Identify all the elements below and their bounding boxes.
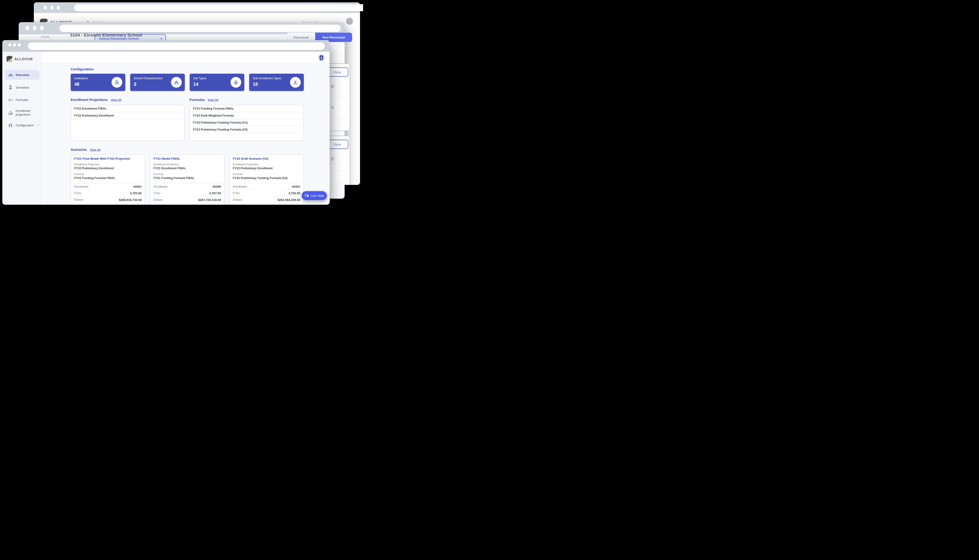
briefcase-icon <box>233 80 239 85</box>
sidebar: ALLOVUE Overview Scenarios ƒ(× <box>2 52 42 205</box>
live-help-button[interactable]: Live Help <box>302 191 327 200</box>
scenario-card[interactable]: FY22 Draft Scenario (V2) Enrollment Proj… <box>229 154 304 205</box>
back-window-titlebar <box>34 2 360 13</box>
view-all-link[interactable]: View All <box>208 98 218 102</box>
stat-label: Sub-Enrollment Types <box>253 77 281 80</box>
allovue-logo-icon <box>7 56 13 62</box>
traffic-light-close[interactable] <box>43 6 47 10</box>
scenario-title: FY21 Final Model With FY22 Projection <box>74 157 130 160</box>
list-item[interactable]: FY21 Funding Formula FINAL <box>190 105 304 112</box>
stat-label: Job Types <box>193 77 207 80</box>
field-label: Enrollment Projection <box>74 163 100 166</box>
metric-value: 44301 <box>292 185 300 188</box>
breadcrumb[interactable]: Home <box>41 35 49 38</box>
url-bar[interactable] <box>28 42 325 50</box>
field-value: FY21 Funding Formula FINAL <box>74 177 115 180</box>
list-item[interactable]: FY21 Enrollment FINAL <box>71 105 185 112</box>
formula-icon: ƒ(×) <box>8 97 13 103</box>
scenarios-icon <box>8 85 13 90</box>
stat-card-institutions[interactable]: Institutions 48 <box>71 74 125 91</box>
stat-label: School Characteristics <box>134 77 163 80</box>
metric-label: Dollars <box>233 198 242 202</box>
section-heading-scenarios: ScenariosView All <box>71 148 100 152</box>
metric-label: Dollars <box>154 198 163 202</box>
schoolhouse-icon <box>174 80 179 85</box>
enrollment-projections-list: FY21 Enrollment FINAL FY22 Preliminary E… <box>71 105 185 141</box>
brand-name: ALLOVUE <box>15 57 33 61</box>
metric-value: 44299 <box>212 185 221 188</box>
front-window-titlebar <box>2 40 330 52</box>
url-bar[interactable] <box>60 25 341 32</box>
chat-bubbles-icon <box>305 194 309 197</box>
configuration-stats: Institutions 48 School Characteristics 3… <box>71 74 304 91</box>
stat-value: 18 <box>253 82 258 87</box>
sidebar-item-scenarios[interactable]: Scenarios <box>5 83 40 92</box>
metric-value: $287,720,143.50 <box>198 198 221 202</box>
sidebar-item-configuration[interactable]: Configuration <box>5 120 40 130</box>
view-all-link[interactable]: View All <box>90 148 100 152</box>
stat-card-school-characteristics[interactable]: School Characteristics 3 <box>130 74 185 91</box>
stat-label: Institutions <box>74 77 88 80</box>
field-value: FY22 Preliminary Funding Formula (V2) <box>233 177 287 180</box>
metric-value: 44301 <box>133 185 142 188</box>
metric-value: $281,984,206.50 <box>277 198 300 202</box>
stat-value: 14 <box>193 82 198 87</box>
traffic-light-minimize[interactable] <box>50 6 53 10</box>
metric-label: Enrollment <box>74 185 88 188</box>
field-label: Formula <box>74 173 84 175</box>
field-value: FY22 Preliminary Enrollment <box>74 167 114 170</box>
scenario-title: FY21 Model FINAL <box>154 157 180 160</box>
list-item[interactable]: FY22 Preliminary Funding Formula (V1) <box>190 119 304 126</box>
scenario-cards: FY21 Final Model With FY22 Projection En… <box>71 154 304 205</box>
chevron-down-icon <box>37 124 40 127</box>
metric-value: $288,916,734.50 <box>119 198 142 202</box>
sidebar-item-label: Formulas <box>16 98 28 102</box>
page-title: 3104 - Einstein Elementary School <box>70 33 142 38</box>
sidebar-item-enrollment-projections[interactable]: Enrollment projections <box>5 107 40 119</box>
field-value: FY21 Funding Formula FINAL <box>154 177 195 180</box>
sidebar-item-overview[interactable]: Overview <box>5 70 40 80</box>
building-icon <box>114 80 120 85</box>
traffic-light-zoom[interactable] <box>57 6 60 10</box>
traffic-light-close[interactable] <box>26 26 29 30</box>
metric-label: Dollars <box>74 198 83 202</box>
user-avatar[interactable] <box>318 54 324 61</box>
front-browser-window: ALLOVUE Overview Scenarios ƒ(× <box>2 40 330 205</box>
live-help-label: Live Help <box>311 194 324 197</box>
field-label: Formula <box>154 173 163 175</box>
traffic-light-minimize[interactable] <box>13 43 16 47</box>
field-label: Enrollment Projection <box>154 163 179 166</box>
scenario-card[interactable]: FY21 Model FINAL Enrollment Projection F… <box>150 154 224 205</box>
list-item[interactable]: FY22 Preliminary Funding Formula (V2) <box>190 126 304 133</box>
metric-value: 3,783.50 <box>130 192 142 195</box>
traffic-light-minimize[interactable] <box>33 26 37 30</box>
list-item[interactable]: FY22 Preliminary Enrollment <box>71 112 185 119</box>
sidebar-item-label: Enrollment projections <box>16 109 40 117</box>
section-heading-formulas: FormulasView All <box>189 98 218 102</box>
sidebar-item-label: Overview <box>16 73 29 77</box>
stat-card-job-types[interactable]: Job Types 14 <box>190 74 244 91</box>
metric-label: FTEs <box>233 192 240 195</box>
metric-label: Enrollment <box>154 185 167 188</box>
view-all-link[interactable]: View All <box>111 98 121 102</box>
url-bar[interactable] <box>74 4 363 11</box>
list-item[interactable]: FY22 Draft Weighted Formula <box>190 112 304 119</box>
scenario-card[interactable]: FY21 Final Model With FY22 Projection En… <box>71 154 145 205</box>
field-value: FY21 Enrollment FINAL <box>154 167 186 170</box>
stat-value: 48 <box>74 82 79 87</box>
apple-book-icon <box>292 80 298 85</box>
sidebar-item-label: Configuration <box>16 123 33 127</box>
stat-value: 3 <box>134 82 136 87</box>
traffic-light-close[interactable] <box>8 43 12 47</box>
sidebar-item-formulas[interactable]: ƒ(×) Formulas <box>5 95 40 105</box>
field-value: FY22 Preliminary Enrollment <box>233 167 272 170</box>
metric-value: 3,767.50 <box>209 192 221 195</box>
user-avatar-gray[interactable] <box>346 18 353 25</box>
formulas-list: FY21 Funding Formula FINAL FY22 Draft We… <box>189 105 304 141</box>
metric-label: Enrollment <box>233 185 247 188</box>
stat-card-sub-enrollment-types[interactable]: Sub-Enrollment Types 18 <box>249 74 304 91</box>
chip-close-icon[interactable]: × <box>160 37 162 40</box>
scenario-title: FY22 Draft Scenario (V2) <box>233 157 268 160</box>
traffic-light-zoom[interactable] <box>18 43 21 47</box>
traffic-light-zoom[interactable] <box>40 26 43 30</box>
